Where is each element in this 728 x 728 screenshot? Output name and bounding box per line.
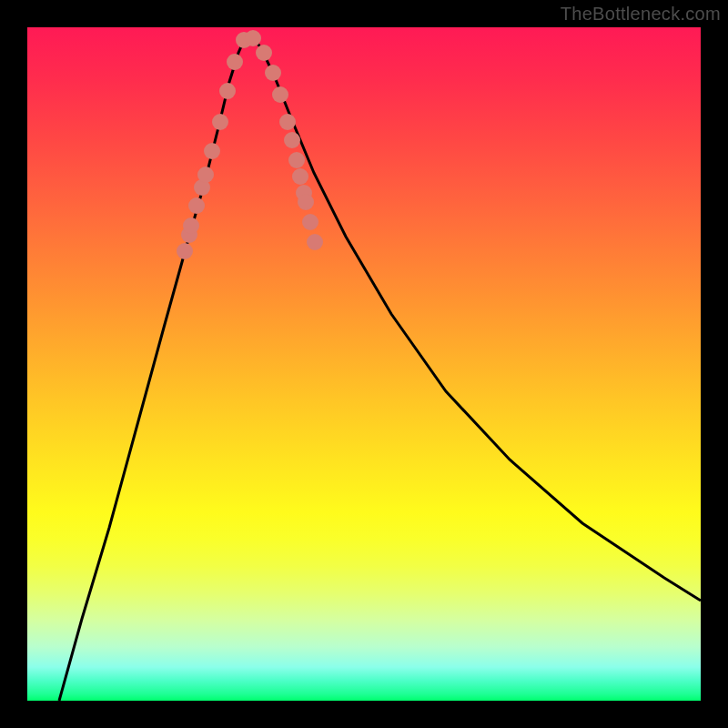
- data-point: [256, 45, 272, 61]
- data-point: [177, 243, 193, 259]
- data-point: [265, 65, 281, 81]
- watermark-text: TheBottleneck.com: [561, 4, 721, 25]
- data-point: [197, 167, 214, 183]
- data-point: [212, 114, 228, 130]
- data-point: [307, 234, 323, 250]
- data-point: [302, 214, 318, 230]
- data-point: [288, 152, 305, 168]
- data-point: [272, 86, 288, 103]
- data-point: [204, 143, 220, 159]
- bottleneck-curve: [59, 36, 701, 701]
- data-point: [284, 132, 300, 148]
- plot-area: [27, 27, 701, 701]
- data-point: [188, 197, 205, 214]
- chart-container: TheBottleneck.com: [0, 0, 728, 728]
- data-point: [219, 83, 236, 99]
- data-point: [292, 168, 308, 185]
- data-point: [227, 54, 243, 70]
- data-point: [245, 30, 261, 46]
- data-point: [183, 217, 199, 234]
- data-point: [279, 114, 296, 130]
- data-point: [298, 194, 314, 210]
- curve-layer: [27, 27, 701, 701]
